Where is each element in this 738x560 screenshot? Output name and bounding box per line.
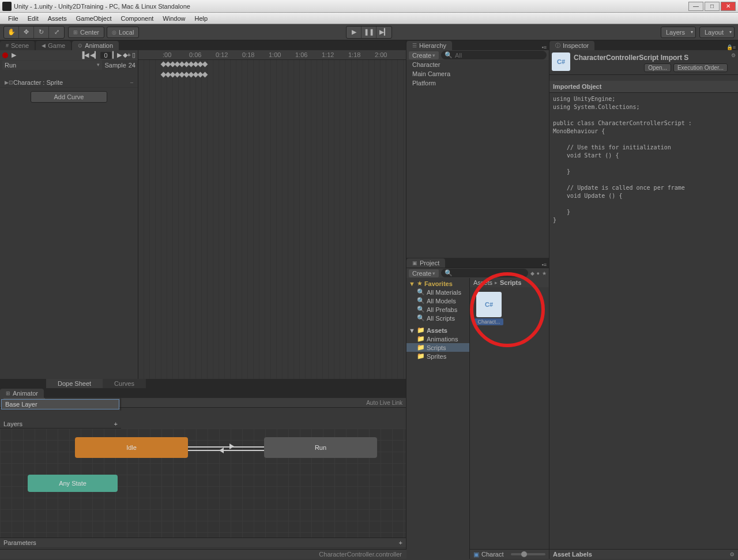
project-icon: ▣ xyxy=(412,260,417,266)
project-search[interactable]: 🔍 xyxy=(441,269,528,277)
tree-folder-scripts[interactable]: 📁Scripts xyxy=(406,343,469,352)
menu-help[interactable]: Help xyxy=(190,15,212,22)
track-menu-icon[interactable]: – xyxy=(130,80,133,85)
dopesheet-tab[interactable]: Dope Sheet xyxy=(46,379,103,388)
arrowhead-icon xyxy=(229,444,234,449)
keyframe[interactable] xyxy=(202,62,208,67)
timeline-ruler[interactable]: :00 0:06 0:12 0:18 1:00 1:06 1:12 1:18 2… xyxy=(138,50,406,60)
keyframe[interactable] xyxy=(202,72,208,78)
animator-graph[interactable]: Idle Run Any State xyxy=(0,429,406,538)
label-icon[interactable]: ⊙ xyxy=(730,551,735,557)
layout-dropdown[interactable]: Layout xyxy=(699,27,735,38)
filter-icon[interactable]: ◆ xyxy=(530,270,534,276)
project-panel: Create▾ 🔍 ◆ ● ★ ▼★Favorites 🔍All Materia… xyxy=(406,268,549,559)
clip-dropdown[interactable]: Run▾ xyxy=(2,61,102,70)
menu-file[interactable]: File xyxy=(3,15,23,22)
panel-menu-icon[interactable]: ▪≡ xyxy=(540,262,549,268)
arrowhead-icon xyxy=(219,448,224,453)
tab-game[interactable]: ◀Game xyxy=(36,41,71,50)
hierarchy-create-button[interactable]: Create▾ xyxy=(409,51,439,59)
search-icon: 🔍 xyxy=(417,306,425,313)
gear-icon[interactable]: ⚙ xyxy=(731,52,736,58)
tree-assets[interactable]: ▼📁Assets xyxy=(406,326,469,335)
tab-scene[interactable]: #Scene xyxy=(0,41,35,50)
tree-fav-item[interactable]: 🔍All Materials xyxy=(406,288,469,296)
menu-edit[interactable]: Edit xyxy=(23,15,43,22)
add-layer-button[interactable]: + xyxy=(114,420,118,427)
frame-field[interactable]: 0 xyxy=(100,52,111,59)
first-key-button[interactable]: ▐◀ xyxy=(80,51,89,59)
project-content: Assets ▸ Scripts C# Charact... xyxy=(470,278,549,559)
tab-hierarchy[interactable]: ☰Hierarchy xyxy=(406,41,452,50)
hand-tool[interactable]: ✋ xyxy=(4,27,19,38)
tree-folder[interactable]: 📁Animations xyxy=(406,335,469,343)
panel-menu-icon[interactable]: ▪≡ xyxy=(540,44,549,50)
move-tool[interactable]: ✥ xyxy=(19,27,34,38)
animator-panel: Base Layer Auto Live Link Base Layer Lay… xyxy=(0,398,406,559)
space-toggle[interactable]: ◎ Local xyxy=(107,27,139,38)
execution-order-button[interactable]: Execution Order... xyxy=(673,63,728,72)
scale-tool[interactable]: ⤢ xyxy=(49,27,64,38)
track-character-sprite[interactable]: ▶ ⊡ Character : Sprite – xyxy=(0,78,138,88)
sample-field[interactable]: 24 xyxy=(129,62,135,69)
thumbnail-size-slider[interactable] xyxy=(511,553,545,555)
pivot-toggle[interactable]: ⊞ Center xyxy=(68,27,104,38)
lock-icon[interactable]: 🔒≡ xyxy=(724,44,738,50)
expand-icon[interactable]: ▶ xyxy=(5,80,9,85)
tree-favorites[interactable]: ▼★Favorites xyxy=(406,279,469,288)
hierarchy-item[interactable]: Character xyxy=(406,60,549,69)
breadcrumb-item[interactable]: Scripts xyxy=(500,279,521,286)
pause-button[interactable]: ❚❚ xyxy=(362,27,376,38)
open-button[interactable]: Open... xyxy=(644,63,671,72)
add-event-button[interactable]: ▯ xyxy=(132,51,135,59)
layers-dropdown[interactable]: Layers xyxy=(661,27,696,38)
state-any[interactable]: Any State xyxy=(28,475,118,492)
menu-gameobject[interactable]: GameObject xyxy=(71,15,116,22)
maximize-button[interactable]: □ xyxy=(705,2,720,11)
tab-project[interactable]: ▣Project xyxy=(406,258,445,268)
step-button[interactable]: ▶▎ xyxy=(376,27,391,38)
curves-tab[interactable]: Curves xyxy=(103,379,146,388)
prev-key-button[interactable]: ◀▎ xyxy=(90,51,99,59)
menu-assets[interactable]: Assets xyxy=(43,15,71,22)
anim-play-button[interactable]: ▶ xyxy=(12,51,16,59)
asset-script[interactable]: C# Charact... xyxy=(475,292,503,325)
tab-inspector[interactable]: ⓘInspector xyxy=(549,41,594,50)
close-button[interactable]: ✕ xyxy=(721,2,736,11)
hierarchy-item[interactable]: Platform xyxy=(406,78,549,88)
record-button[interactable] xyxy=(2,52,8,58)
tree-fav-item[interactable]: 🔍All Models xyxy=(406,296,469,305)
add-parameter-button[interactable]: + xyxy=(399,539,402,546)
add-key-button[interactable]: ◆+ xyxy=(123,51,131,59)
menu-window[interactable]: Window xyxy=(158,15,190,22)
star-icon: ★ xyxy=(417,280,423,287)
layer-base[interactable]: Base Layer xyxy=(1,399,119,409)
minimize-button[interactable]: — xyxy=(688,2,703,11)
state-run[interactable]: Run xyxy=(264,437,377,458)
project-grid[interactable]: C# Charact... xyxy=(470,287,549,549)
hierarchy-item[interactable]: Main Camera xyxy=(406,69,549,78)
filter-label-icon[interactable]: ● xyxy=(537,270,540,276)
save-search-icon[interactable]: ★ xyxy=(542,270,547,276)
next-key-button[interactable]: ▎▶ xyxy=(112,51,122,59)
menu-component[interactable]: Component xyxy=(116,15,158,22)
project-create-button[interactable]: Create▾ xyxy=(409,269,439,277)
auto-live-link[interactable]: Auto Live Link xyxy=(366,400,402,406)
transition-idle-run[interactable] xyxy=(188,446,264,448)
add-curve-button[interactable]: Add Curve xyxy=(31,91,108,103)
tab-animator[interactable]: ⊞Animator xyxy=(0,389,44,398)
tab-animation[interactable]: ⊙Animation xyxy=(72,41,119,50)
breadcrumb-item[interactable]: Assets xyxy=(473,279,492,286)
rotate-tool[interactable]: ↻ xyxy=(34,27,49,38)
timeline-body[interactable] xyxy=(138,60,406,379)
state-idle[interactable]: Idle xyxy=(75,437,188,458)
sprite-icon: ⊡ xyxy=(9,80,13,85)
timeline[interactable]: :00 0:06 0:12 0:18 1:00 1:06 1:12 1:18 2… xyxy=(138,50,406,379)
animation-left: ▶ ▐◀ ◀▎ 0 ▎▶ ◆+ ▯ Run▾ Sample 24 ▶ ⊡ xyxy=(0,50,138,379)
tree-fav-item[interactable]: 🔍All Prefabs xyxy=(406,305,469,314)
tree-folder[interactable]: 📁Sprites xyxy=(406,352,469,360)
hierarchy-search[interactable]: 🔍All xyxy=(441,51,547,59)
play-button[interactable]: ▶ xyxy=(347,27,362,38)
tree-fav-item[interactable]: 🔍All Scripts xyxy=(406,314,469,322)
transition-run-idle[interactable] xyxy=(188,450,264,451)
